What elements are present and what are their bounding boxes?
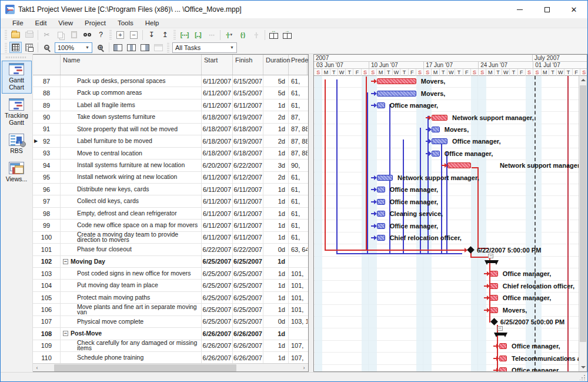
pane-left-button[interactable] [112, 42, 124, 53]
task-bar[interactable] [447, 162, 471, 168]
gantt-chart-body[interactable]: Movers,Movers,Office manager,Network sup… [314, 76, 579, 371]
column-header-id[interactable] [33, 55, 61, 75]
table-row[interactable]: 99Code new office space on a map for mov… [33, 220, 308, 231]
table-row[interactable]: 89Label all fragile items6/11/20076/11/2… [33, 99, 308, 111]
zoom-level-combo[interactable]: 100% ▼ [55, 42, 92, 53]
resize-grip[interactable] [580, 374, 586, 380]
task-bar[interactable] [499, 356, 507, 361]
task-bar[interactable] [377, 187, 385, 192]
expand-all-button[interactable]: + [114, 29, 126, 41]
task-bar[interactable] [490, 295, 497, 301]
sidebar-item-views[interactable]: Views... [2, 160, 32, 185]
task-bar[interactable] [377, 235, 385, 241]
pane-middle-button[interactable] [125, 42, 138, 53]
table-horizontal-scrollbar[interactable]: ‹ › [33, 363, 308, 371]
split-out-button[interactable]: ·|· [250, 29, 262, 41]
minimize-button[interactable] [506, 1, 533, 18]
task-bar[interactable] [490, 283, 497, 289]
outline-down-button[interactable]: ↧ [145, 29, 158, 41]
pane-right-button[interactable] [139, 42, 151, 53]
menu-edit[interactable]: Edit [29, 19, 53, 27]
menu-project[interactable]: Project [79, 19, 112, 27]
task-bar[interactable] [377, 175, 393, 181]
chart-vertical-scrollbar[interactable] [579, 76, 587, 371]
table-row[interactable]: 102−Moving Day6/25/20076/25/20071d [33, 256, 308, 268]
collapse-icon[interactable]: − [63, 331, 68, 336]
sidebar-item-rbs[interactable]: RBS [2, 131, 32, 157]
table-row[interactable]: 109Check carefully for any damaged or mi… [33, 340, 308, 352]
task-bar[interactable] [499, 343, 507, 349]
grid-window-button[interactable] [23, 42, 35, 53]
table-row[interactable]: 98Empty, defrost and clean refrigerator6… [33, 208, 308, 220]
task-bar[interactable] [377, 223, 385, 229]
column-header-Start[interactable]: Start [202, 55, 233, 75]
scroll-left-arrow[interactable]: ‹ [33, 364, 41, 372]
table-row[interactable]: 91Store property that will not be moved6… [33, 124, 308, 135]
table-row[interactable]: 101Phase four closeout6/22/20076/22/2007… [33, 244, 308, 255]
task-bar[interactable] [432, 151, 439, 157]
table-row[interactable]: 88Pack up common areas6/11/20076/15/2007… [33, 87, 308, 99]
scroll-right-arrow[interactable]: › [300, 364, 308, 372]
print-button[interactable] [23, 29, 35, 41]
bracket-all-button[interactable]: [⋯] [178, 29, 191, 41]
maximize-button[interactable] [533, 1, 560, 18]
task-filter-combo[interactable]: All Tasks ▼ [172, 42, 237, 53]
paste-button[interactable] [68, 29, 80, 41]
table-row[interactable]: 93Move to central location6/18/20076/18/… [33, 148, 308, 160]
column-header-Finish[interactable]: Finish [233, 55, 263, 75]
menu-file[interactable]: File [6, 19, 29, 27]
zoom-in-button[interactable]: + [94, 42, 106, 53]
table-row[interactable]: 108−Post-Move6/26/20076/26/20071d [33, 328, 308, 340]
table-row[interactable]: 94Install systems furniture at new locat… [33, 160, 308, 171]
column-header-Prede[interactable]: Prede [289, 55, 308, 75]
panel-splitter[interactable] [309, 54, 313, 372]
scrollbar-thumb[interactable] [580, 85, 586, 342]
table-row[interactable]: 87Pack up desks, personal spaces6/11/200… [33, 75, 308, 87]
menu-help[interactable]: Help [139, 19, 165, 27]
table-row[interactable]: 107Physical move complete6/25/20076/25/2… [33, 316, 308, 328]
scrollbar-thumb[interactable] [54, 364, 236, 371]
zoom-out-button[interactable]: − [41, 42, 53, 53]
task-bar[interactable] [377, 78, 416, 84]
help-button[interactable]: ? [95, 29, 107, 41]
scroll-up-arrow[interactable] [579, 76, 587, 84]
table-row[interactable]: 90Take down systems furniture6/18/20076/… [33, 111, 308, 123]
sidebar-item-gantt-chart[interactable]: Gantt Chart [2, 61, 32, 94]
table-row[interactable]: 104Put moving day team in place6/25/2007… [33, 280, 308, 291]
copy-button[interactable] [54, 29, 66, 41]
collapse-icon[interactable]: − [488, 254, 493, 258]
fit-columns-button[interactable] [268, 29, 280, 41]
outline-up-button[interactable]: ↥ [159, 29, 171, 41]
split-in-button[interactable]: ·|·▾ [223, 29, 235, 41]
bracket-some-button[interactable]: [‥] [192, 29, 204, 41]
scroll-down-arrow[interactable] [579, 363, 587, 371]
task-bar[interactable] [499, 367, 507, 371]
summary-bar[interactable] [486, 260, 496, 263]
collapse-icon[interactable]: − [497, 326, 503, 331]
table-row[interactable]: 100Create a moving day team to provide d… [33, 232, 308, 244]
table-row[interactable]: 103Post coded signs in new office for mo… [33, 268, 308, 280]
table-row[interactable]: 106Move plants and fine art in separate … [33, 304, 308, 315]
find-button[interactable] [81, 29, 93, 41]
menu-view[interactable]: View [52, 19, 79, 27]
menu-tools[interactable]: Tools [112, 19, 139, 27]
collapse-icon[interactable]: − [63, 259, 68, 264]
fit-columns-arrow-button[interactable] [281, 29, 293, 41]
table-row[interactable]: 105Protect main moving paths6/25/20076/2… [33, 292, 308, 304]
gantt-options-button[interactable] [152, 42, 165, 53]
task-bar[interactable] [377, 211, 385, 217]
task-bar[interactable] [377, 91, 416, 97]
grid-view-button[interactable] [9, 42, 22, 53]
table-row[interactable]: ▶92Label furniture to be moved6/18/20076… [33, 135, 308, 147]
column-header-Duration[interactable]: Duration [263, 55, 289, 75]
task-bar[interactable] [490, 271, 497, 277]
open-button[interactable] [9, 29, 22, 41]
table-row[interactable]: 96Distribute new keys, cards6/11/20076/1… [33, 184, 308, 195]
cut-button[interactable]: ✂ [41, 29, 53, 41]
summary-bar[interactable] [496, 333, 506, 336]
sidebar-item-tracking-gantt[interactable]: Tracking Gantt [2, 96, 32, 129]
column-header-Name[interactable]: Name [61, 55, 202, 75]
task-bar[interactable] [377, 102, 385, 108]
task-bar[interactable] [432, 138, 447, 144]
task-bar[interactable] [490, 307, 497, 313]
